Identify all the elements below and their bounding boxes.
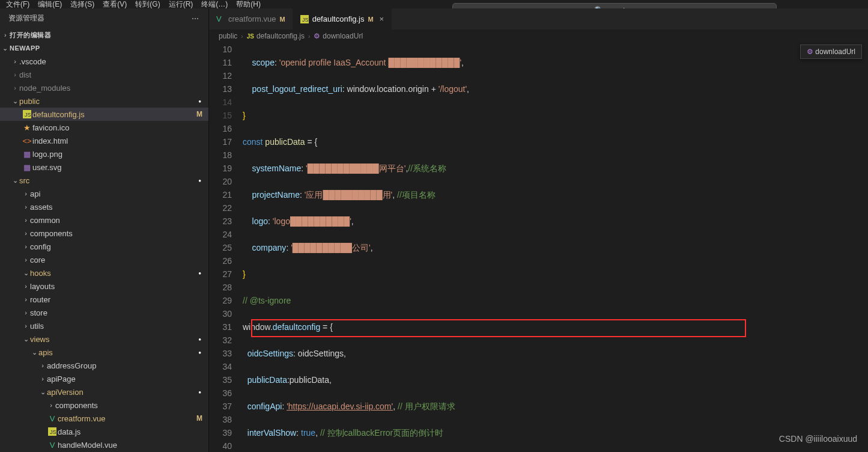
- editor-area: V creatform.vue M JS defaultconfig.js M …: [209, 8, 868, 452]
- folder-common[interactable]: ›common: [0, 213, 208, 227]
- folder-apiversion[interactable]: ⌄apiVersion●: [0, 385, 208, 399]
- file-handlemodel[interactable]: VhandleModel.vue: [0, 438, 208, 451]
- js-icon: JS: [300, 15, 309, 23]
- folder-src[interactable]: ⌄src●: [0, 174, 208, 187]
- file-creatform[interactable]: Vcreatform.vueM: [0, 412, 208, 425]
- folder-assets[interactable]: ›assets: [0, 200, 208, 213]
- folder-apis[interactable]: ⌄apis●: [0, 346, 208, 359]
- more-actions-icon[interactable]: ⋯: [192, 14, 200, 23]
- folder-node-modules[interactable]: ›node_modules: [0, 81, 208, 94]
- file-index[interactable]: <>index.html: [0, 134, 208, 147]
- section-project[interactable]: ⌄NEWAPP: [0, 41, 208, 55]
- folder-views[interactable]: ⌄views●: [0, 332, 208, 346]
- folder-public[interactable]: ⌄public●: [0, 94, 208, 108]
- folder-config[interactable]: ›config: [0, 240, 208, 253]
- tab-defaultconfig[interactable]: JS defaultconfig.js M ×: [293, 8, 392, 29]
- line-numbers: 1011121314151617181920212223242526272829…: [209, 43, 243, 452]
- folder-components-sub[interactable]: ›components: [0, 399, 208, 412]
- folder-vscode[interactable]: ›.vscode: [0, 55, 208, 68]
- close-icon[interactable]: ×: [380, 14, 384, 23]
- symbol-icon: ⚙: [314, 32, 320, 40]
- folder-hooks[interactable]: ⌄hooks●: [0, 266, 208, 279]
- folder-core[interactable]: ›core: [0, 253, 208, 266]
- svg-text:JS: JS: [302, 17, 309, 23]
- sidebar-explorer: 资源管理器 ⋯ ›打开的编辑器 ⌄NEWAPP ›.vscode ›dist ›…: [0, 8, 209, 452]
- folder-components[interactable]: ›components: [0, 227, 208, 240]
- explorer-title: 资源管理器: [8, 13, 44, 23]
- folder-utils[interactable]: ›utils: [0, 319, 208, 332]
- file-datajs[interactable]: JSdata.js: [0, 425, 208, 438]
- tab-creatform[interactable]: V creatform.vue M: [209, 8, 293, 29]
- folder-store[interactable]: ›store: [0, 306, 208, 319]
- folder-layouts[interactable]: ›layouts: [0, 279, 208, 293]
- file-tree: ›打开的编辑器 ⌄NEWAPP ›.vscode ›dist ›node_mod…: [0, 28, 208, 452]
- folder-addressgroup[interactable]: ›addressGroup: [0, 359, 208, 372]
- svg-text:JS: JS: [50, 429, 56, 435]
- file-user-svg[interactable]: ▦user.svg: [0, 160, 208, 174]
- section-open-editors[interactable]: ›打开的编辑器: [0, 28, 208, 41]
- file-favicon[interactable]: ★favicon.ico: [0, 121, 208, 134]
- folder-router[interactable]: ›router: [0, 293, 208, 306]
- breadcrumb[interactable]: public› JS defaultconfig.js› ⚙ downloadU…: [209, 29, 868, 43]
- svg-text:JS: JS: [25, 112, 31, 118]
- watermark: CSDN @iiiilooaixuud: [779, 434, 857, 444]
- vue-icon: V: [216, 14, 225, 23]
- code-editor[interactable]: scope: 'openid profile IaaS_Account ████…: [243, 43, 868, 452]
- folder-apipage[interactable]: ›apiPage: [0, 372, 208, 385]
- file-defaultconfig[interactable]: JSdefaultconfig.jsM: [0, 108, 208, 121]
- editor-tabs: V creatform.vue M JS defaultconfig.js M …: [209, 8, 868, 29]
- folder-dist[interactable]: ›dist: [0, 68, 208, 81]
- file-logo[interactable]: ▦logo.png: [0, 147, 208, 160]
- folder-api[interactable]: ›api: [0, 187, 208, 200]
